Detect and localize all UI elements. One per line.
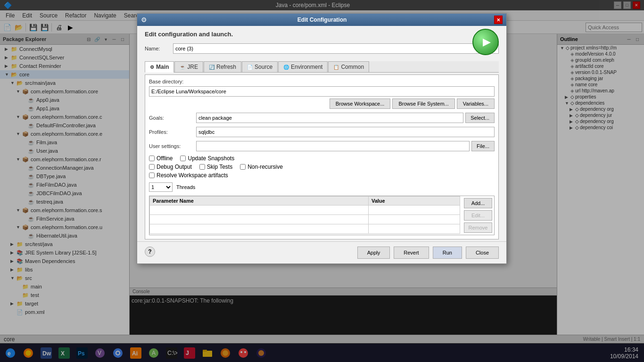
browse-buttons-row: Browse Workspace... Browse File System..… [149,99,495,109]
tab-common[interactable]: 📋 Common [328,61,369,72]
debug-output-label: Debug Output [157,164,192,170]
checkboxes-section: Offline Update Snapshots Debug Output [149,155,495,179]
threads-select[interactable]: 1 2 4 [149,182,173,192]
edit-configuration-dialog: ⚙ Edit Configuration ✕ Edit configuratio… [137,13,507,264]
select-button[interactable]: Select... [465,113,495,123]
param-value-cell [368,224,460,234]
tab-jre[interactable]: ☕ JRE [174,61,203,72]
name-row: Name: [145,43,499,54]
skip-tests-checkbox-item: Skip Tests [199,164,232,170]
modal-overlay: ⚙ Edit Configuration ✕ Edit configuratio… [0,0,644,362]
profiles-row: Profiles: [149,127,495,137]
parameters-container: Parameter Name Value [149,196,495,235]
tab-refresh-label: Refresh [216,64,236,70]
file-button[interactable]: File... [471,141,495,151]
add-param-button[interactable]: Add... [464,198,492,208]
user-settings-label: User settings: [149,143,196,149]
threads-row: 1 2 4 Threads [149,182,495,192]
tab-environment[interactable]: 🌐 Environment [278,61,328,72]
checkbox-row-3: Resolve Workspace artifacts [149,172,495,179]
debug-output-checkbox[interactable] [149,164,155,170]
non-recursive-checkbox-item: Non-recursive [240,164,283,170]
main-tab-icon: ⚙ [150,65,154,70]
modal-footer: ? Apply Revert Run Close [137,241,506,263]
modal-header-section: Edit configuration and launch. ▶ Name: [137,26,506,61]
debug-output-checkbox-item: Debug Output [149,164,192,170]
goals-label: Goals: [149,115,196,121]
remove-param-button[interactable]: Remove [464,222,492,233]
param-name-cell [150,224,369,234]
run-config-icon: ▶ [472,29,499,55]
run-button[interactable]: Run [433,247,462,259]
resolve-workspace-checkbox-item: Resolve Workspace artifacts [149,172,228,179]
checkbox-row-1: Offline Update Snapshots [149,155,495,162]
update-snapshots-checkbox-item: Update Snapshots [180,155,234,162]
common-tab-icon: 📋 [333,65,339,70]
param-value-header: Value [368,197,460,206]
skip-tests-label: Skip Tests [207,164,232,170]
skip-tests-checkbox[interactable] [199,164,205,170]
tab-refresh[interactable]: 🔄 Refresh [204,61,241,72]
param-name-cell [150,206,369,215]
play-icon: ▶ [483,36,491,48]
offline-checkbox-item: Offline [149,155,173,162]
tab-content: Base directory: Browse Workspace... Brow… [137,73,506,241]
user-settings-input[interactable] [196,141,470,151]
tab-jre-label: JRE [187,64,198,70]
name-input[interactable] [173,43,499,54]
tab-bar: ⚙ Main ☕ JRE 🔄 Refresh 📄 Source 🌐 E [145,61,499,73]
base-directory-input[interactable] [149,86,495,97]
source-tab-icon: 📄 [247,65,253,70]
tab-common-label: Common [341,64,364,70]
modal-heading: Edit configuration and launch. [145,31,499,38]
profiles-input[interactable] [196,127,495,137]
tab-main[interactable]: ⚙ Main [145,61,174,73]
threads-label: Threads [176,184,195,190]
update-snapshots-checkbox[interactable] [180,156,186,161]
params-table-row-empty-2 [150,215,460,224]
tab-bar-container: ⚙ Main ☕ JRE 🔄 Refresh 📄 Source 🌐 E [137,61,506,73]
update-snapshots-label: Update Snapshots [188,155,234,162]
main-tab-content: Base directory: Browse Workspace... Brow… [145,74,499,239]
param-name-cell [150,215,369,224]
refresh-tab-icon: 🔄 [209,65,215,70]
edit-param-button[interactable]: Edit... [464,210,492,221]
apply-button[interactable]: Apply [357,247,390,259]
browse-filesystem-button[interactable]: Browse File System... [392,99,454,109]
offline-label: Offline [157,155,173,162]
help-button[interactable]: ? [145,247,155,257]
tab-source-label: Source [255,64,272,70]
checkbox-row-2: Debug Output Skip Tests Non-recursive [149,164,495,170]
param-value-cell [368,206,460,215]
env-tab-icon: 🌐 [283,65,289,70]
goals-row: Goals: Select... [149,113,495,123]
tab-source[interactable]: 📄 Source [242,61,278,72]
tab-main-label: Main [156,64,169,70]
params-table: Parameter Name Value [149,196,460,234]
modal-dialog-icon: ⚙ [141,16,147,24]
close-button[interactable]: Close [466,247,499,259]
modal-close-button[interactable]: ✕ [494,16,503,24]
resolve-workspace-label: Resolve Workspace artifacts [157,172,228,179]
goals-input[interactable] [196,113,463,123]
jre-tab-icon: ☕ [180,65,185,70]
non-recursive-label: Non-recursive [248,164,283,170]
profiles-label: Profiles: [149,129,196,135]
non-recursive-checkbox[interactable] [240,164,246,170]
params-table-row-empty-1 [150,206,460,215]
user-settings-row: User settings: File... [149,141,495,151]
base-directory-section: Base directory: Browse Workspace... Brow… [149,79,495,109]
revert-button[interactable]: Revert [394,247,429,259]
variables-button[interactable]: Variables... [457,99,495,109]
params-table-container: Parameter Name Value [149,196,460,235]
params-action-buttons: Add... Edit... Remove [462,196,494,235]
param-name-header: Parameter Name [150,197,369,206]
browse-workspace-button[interactable]: Browse Workspace... [330,99,391,109]
name-label: Name: [145,46,173,51]
tab-env-label: Environment [291,64,322,70]
resolve-workspace-checkbox[interactable] [149,173,155,178]
param-value-cell [368,215,460,224]
offline-checkbox[interactable] [149,156,155,161]
base-directory-label: Base directory: [149,79,495,84]
modal-titlebar: ⚙ Edit Configuration ✕ [137,14,506,26]
